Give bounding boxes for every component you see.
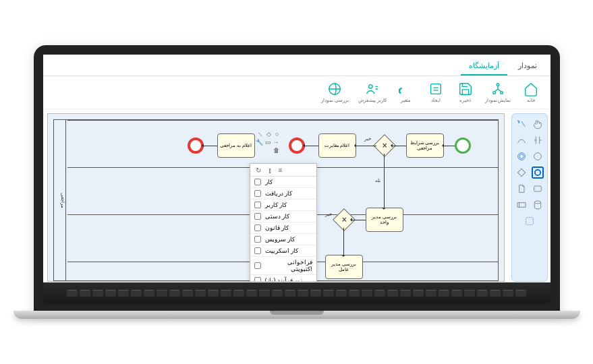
gateway-icon[interactable] (515, 166, 528, 179)
advuser-button[interactable]: کاربر پیشفرض (356, 80, 389, 104)
quick-text-icon[interactable]: ▭ (264, 139, 271, 146)
quick-connect-icon[interactable]: → (273, 139, 279, 146)
group-icon[interactable] (524, 215, 536, 227)
sub-open-icon (254, 277, 261, 282)
end-event-icon[interactable] (532, 166, 544, 179)
ctx-call[interactable]: فراخوانی اکتیویتی (250, 257, 316, 275)
label-no: خیر (364, 136, 371, 142)
start-event[interactable] (455, 138, 471, 154)
ctx-receive[interactable]: کار دریافت (250, 188, 316, 200)
call-icon (254, 262, 261, 269)
home-button[interactable]: خانه (518, 80, 544, 104)
task-2[interactable]: اعلام مغایرت (318, 133, 356, 158)
data-store-icon[interactable] (532, 199, 544, 211)
quick-wrench-icon[interactable]: 🔧 (256, 139, 263, 146)
svg-text:fx: fx (399, 85, 401, 95)
flow (384, 154, 385, 208)
check-button[interactable]: بررسی نمودار (318, 80, 351, 104)
svg-point-1 (493, 92, 496, 94)
intermediate-event-icon[interactable] (515, 150, 528, 162)
flow (343, 228, 344, 255)
ctx-manual[interactable]: کار دستی (250, 211, 316, 222)
ctx-task[interactable]: کار (250, 177, 316, 188)
flow (444, 146, 455, 146)
service-icon (254, 236, 261, 243)
ctx-script[interactable]: کار اسکریپت (250, 245, 316, 257)
svg-point-0 (497, 84, 499, 86)
task-1[interactable]: بررسی شرایط مراجعی (406, 133, 444, 158)
shape-palette (511, 113, 548, 282)
laptop-frame: نمودار آزمایشگاه خانه نمایش نمودار ذخیره… (34, 45, 560, 319)
svg-point-7 (534, 153, 541, 160)
ctx-rule[interactable]: کار قانون (250, 222, 316, 234)
quick-annotate-icon[interactable]: ⟋ (256, 131, 263, 138)
space-tool-icon[interactable] (532, 134, 544, 146)
tab-bar: نمودار آزمایشگاه (43, 55, 550, 76)
parallel-icon[interactable]: ⫿ (265, 166, 272, 173)
hand-tool-icon[interactable] (532, 118, 544, 130)
script-icon (254, 247, 261, 254)
pool[interactable]: مراجعی بررسی شرایط مراجعی × اعلام مغایرت… (53, 119, 499, 281)
flow (393, 146, 406, 146)
svg-rect-12 (534, 186, 541, 191)
loop-icon[interactable]: ↻ (254, 166, 261, 173)
svg-point-5 (368, 85, 372, 88)
context-menu: ↻⫿≡ کار کار دریافت کار کاربر کار دستی کا… (250, 163, 317, 282)
svg-rect-3 (430, 84, 441, 94)
svg-point-2 (501, 92, 503, 94)
create-button[interactable]: ایجاد (423, 80, 449, 104)
quick-tools: ○ ◇ ⟋ → ▭ 🔧 🗑 (250, 131, 279, 154)
diagram-canvas[interactable]: مراجعی بررسی شرایط مراجعی × اعلام مغایرت… (47, 113, 505, 282)
label-yes: بله (375, 178, 380, 183)
menu-icon[interactable]: ≡ (276, 166, 283, 173)
data-object-icon[interactable] (515, 183, 528, 195)
start-event-icon[interactable] (532, 150, 544, 162)
flow (352, 220, 366, 220)
show-diagram-button[interactable]: نمایش نمودار (482, 80, 514, 104)
svg-point-9 (519, 154, 524, 159)
task-type-icon (254, 179, 261, 185)
svg-rect-11 (517, 169, 525, 176)
svg-rect-14 (517, 203, 526, 208)
manual-icon (254, 213, 261, 220)
ctx-sub-open[interactable]: زیر فرآیند (باز) (250, 275, 316, 282)
label-no: خیر (325, 212, 332, 217)
lasso-tool-icon[interactable] (515, 118, 528, 130)
task-icon[interactable] (532, 183, 544, 195)
laptop-base (13, 311, 580, 319)
ctx-user[interactable]: کار کاربر (250, 200, 316, 211)
svg-rect-15 (526, 218, 533, 225)
context-header: ↻⫿≡ (250, 164, 316, 177)
save-button[interactable]: ذخیره (453, 80, 478, 104)
ctx-service[interactable]: کار سرویس (250, 234, 316, 245)
tab-lab[interactable]: آزمایشگاه (461, 57, 507, 75)
tab-diagram[interactable]: نمودار (510, 57, 545, 75)
keyboard (43, 282, 550, 304)
toolbar: خانه نمایش نمودار ذخیره ایجاد fxمتغیر کا… (43, 76, 550, 109)
user-task-icon (254, 202, 261, 208)
flow (204, 146, 217, 146)
connect-tool-icon[interactable] (515, 134, 528, 146)
receive-icon (254, 190, 261, 197)
vars-button[interactable]: fxمتغیر (393, 80, 419, 104)
flow (356, 146, 376, 146)
svg-point-13 (534, 201, 540, 204)
svg-point-10 (534, 170, 540, 175)
quick-event-icon[interactable]: ○ (273, 131, 279, 138)
rule-icon (254, 224, 261, 231)
quick-delete-icon[interactable]: 🗑 (273, 147, 279, 154)
flow (305, 146, 318, 146)
pool-label: مراجعی (54, 120, 66, 280)
app-screen: نمودار آزمایشگاه خانه نمایش نمودار ذخیره… (43, 55, 550, 282)
pool-icon[interactable] (515, 199, 528, 211)
quick-gateway-icon[interactable]: ◇ (264, 131, 271, 138)
workspace: مراجعی بررسی شرایط مراجعی × اعلام مغایرت… (43, 109, 550, 282)
bezel: نمودار آزمایشگاه خانه نمایش نمودار ذخیره… (34, 45, 560, 311)
